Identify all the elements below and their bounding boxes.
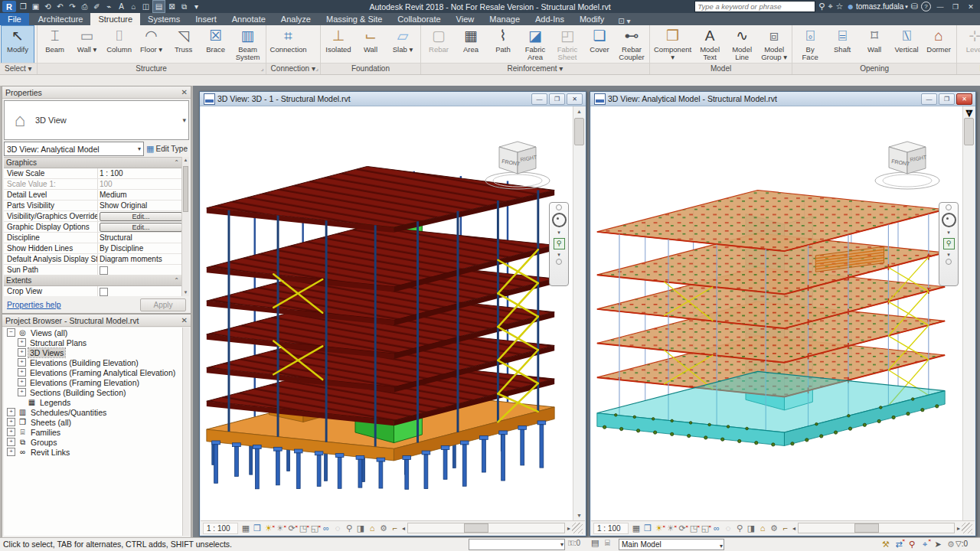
undo-icon[interactable]: ↶ — [54, 1, 66, 12]
crop-view-icon[interactable]: ◳× — [298, 523, 309, 533]
design-option-select[interactable]: Main Model▾ — [619, 539, 724, 550]
property-row-view-scale[interactable]: View Scale1 : 100 — [4, 168, 189, 179]
property-row-show-hidden-lines[interactable]: Show Hidden LinesBy Discipline — [4, 243, 189, 254]
close-view-button[interactable]: ✕ — [567, 93, 583, 105]
shadows-icon[interactable]: ☀× — [665, 523, 676, 533]
favorites-icon[interactable]: ☆ — [836, 2, 844, 11]
wall-button[interactable]: ⌑Wall — [858, 26, 890, 63]
view-window-titlebar[interactable]: 3D View: 3D - 1 - Structural Model.rvt —… — [200, 92, 586, 106]
crop-view-checkbox[interactable] — [100, 288, 108, 296]
reveal-hidden-icon[interactable]: ∞ — [711, 523, 722, 533]
isolated-button[interactable]: ⊥Isolated — [322, 26, 354, 63]
area-button[interactable]: ▦Area — [455, 26, 487, 63]
navbar-handle-icon[interactable] — [946, 204, 952, 210]
rebar-coupler-button[interactable]: ⊷Rebar Coupler — [616, 26, 648, 63]
steering-wheel-icon[interactable] — [552, 213, 567, 227]
help-search-input[interactable] — [694, 1, 815, 12]
scroll-right-icon[interactable]: ▸ — [566, 525, 572, 532]
expand-icon[interactable]: + — [7, 428, 15, 436]
properties-help-link[interactable]: Properties help — [4, 300, 61, 309]
section-icon[interactable]: ◫ — [140, 1, 152, 12]
sun-path-icon[interactable]: ☀× — [654, 523, 665, 533]
property-row-scale-value-1[interactable]: Scale Value 1:100 — [4, 179, 189, 190]
chevron-down-icon[interactable]: ▾ — [557, 230, 560, 236]
close-view-button[interactable]: ✕ — [956, 93, 972, 105]
graphic-display-options-edit-button[interactable]: Edit... — [100, 223, 182, 232]
slab-button[interactable]: ▱Slab ▾ — [387, 26, 419, 63]
tree-item-legends[interactable]: ▦Legends — [4, 397, 183, 407]
minimize-button[interactable]: — — [934, 2, 946, 11]
search-icon[interactable]: ⚲ — [818, 2, 825, 11]
view-window-3d-1[interactable]: 3D View: 3D - 1 - Structural Model.rvt —… — [199, 91, 586, 536]
visual-style-icon[interactable]: ❒ — [642, 523, 653, 533]
scroll-right-icon[interactable]: ▸ — [956, 525, 962, 532]
view-scale-button[interactable]: 1 : 100 — [593, 523, 629, 534]
tree-item-groups[interactable]: +⧉Groups — [4, 437, 183, 447]
sync-icon[interactable]: ⟲ — [42, 1, 54, 12]
scrollbar-thumb[interactable] — [574, 118, 584, 145]
horizontal-scrollbar[interactable] — [798, 523, 955, 533]
close-button[interactable]: ✕ — [965, 2, 977, 11]
scroll-down-icon[interactable]: ▼ — [573, 510, 585, 521]
group-header-extents[interactable]: Extents⌃ — [4, 276, 189, 286]
editable-only-toggle[interactable]: ⚿:0 — [568, 539, 580, 548]
property-row-sun-path[interactable]: Sun Path — [4, 265, 189, 276]
browser-scrollbar[interactable] — [182, 328, 189, 536]
component-button[interactable]: ❒Component ▾ — [652, 26, 694, 63]
exchange-apps-icon[interactable]: ⌖ — [828, 2, 832, 11]
detail-level-icon[interactable]: ▦ — [240, 523, 251, 533]
view-cube[interactable]: FRONT RIGHT — [481, 137, 554, 194]
thin-lines-icon[interactable]: ▤ — [152, 0, 165, 13]
view-cube[interactable]: FRONT RIGHT — [871, 137, 944, 194]
tree-item-views-all[interactable]: −◎Views (all) — [4, 328, 183, 337]
close-hidden-windows-icon[interactable]: ⊠ — [166, 1, 178, 12]
tab-systems[interactable]: Systems — [140, 13, 188, 25]
wall-button[interactable]: ⌙Wall — [354, 26, 387, 63]
crop-view-icon[interactable]: ◳× — [688, 523, 699, 533]
filter-button[interactable]: ▽:0 — [956, 540, 968, 548]
floor-button[interactable]: ◠Floor ▾ — [136, 26, 168, 63]
vertical-button[interactable]: ⍂Vertical — [890, 26, 923, 63]
model-canvas[interactable]: FRONT RIGHT ▾ ⚲ ▾ ▲ ▼ — [591, 106, 975, 521]
rendering-icon[interactable]: ⟳× — [286, 523, 297, 533]
view-window-titlebar[interactable]: 3D View: Analytical Model - Structural M… — [590, 92, 975, 106]
reveal-hidden-icon[interactable]: ∞ — [321, 523, 332, 533]
navbar-handle-icon[interactable] — [556, 259, 562, 265]
app-store-icon[interactable]: ⛁ — [911, 2, 918, 11]
expand-icon[interactable]: − — [7, 328, 15, 337]
expand-icon[interactable]: + — [18, 368, 26, 377]
expand-icon[interactable]: + — [7, 408, 15, 416]
worksharing-display-icon[interactable]: ⌐ — [390, 523, 400, 533]
drag-selection-icon[interactable]: ⚙ — [946, 540, 956, 549]
expand-icon[interactable]: + — [7, 448, 15, 456]
navigation-bar[interactable]: ▾ ⚲ ▾ — [939, 202, 959, 286]
displace-elements-icon[interactable]: ⌂ — [367, 523, 377, 533]
cover-button[interactable]: ❏Cover — [583, 26, 616, 63]
tree-item-revit-links[interactable]: +∞Revit Links — [4, 447, 183, 457]
tab-file[interactable]: File — [0, 13, 29, 25]
detail-level-icon[interactable]: ▦ — [631, 523, 642, 533]
model-line-button[interactable]: ∿Model Line — [726, 26, 758, 63]
tree-item-sections-building-section[interactable]: +Sections (Building Section) — [4, 387, 183, 397]
minimize-view-button[interactable]: — — [921, 93, 937, 105]
worksets-dialog-icon[interactable]: ▤ — [591, 538, 599, 548]
tree-item-elevations-framing-analytical-elevation[interactable]: +Elevations (Framing Analytical Elevatio… — [4, 367, 183, 377]
sun-path-checkbox[interactable] — [100, 266, 108, 275]
model-canvas[interactable]: FRONT RIGHT ▾ ⚲ ▾ ▲ ▼ — [201, 106, 585, 521]
rendering-icon[interactable]: ⟳× — [677, 523, 688, 533]
tree-item-elevations-framing-elevation[interactable]: +Elevations (Framing Elevation) — [4, 377, 183, 387]
tab-massing-site[interactable]: Massing & Site — [318, 13, 390, 25]
help-icon[interactable]: ? — [921, 2, 931, 11]
chevron-down-icon[interactable]: ▾ — [947, 252, 950, 258]
brace-button[interactable]: ☒Brace — [200, 26, 232, 63]
column-button[interactable]: ⌷Column — [103, 26, 136, 63]
tree-item-schedules-quantities[interactable]: +▥Schedules/Quantities — [4, 407, 183, 417]
modify-button[interactable]: ↖Modify — [2, 26, 34, 63]
properties-header[interactable]: Properties ✕ — [2, 86, 191, 99]
tree-item-sheets-all[interactable]: +❐Sheets (all) — [4, 417, 183, 427]
view-window-analytical[interactable]: 3D View: Analytical Model - Structural M… — [590, 91, 976, 536]
aligned-dimension-icon[interactable]: ⌁ — [103, 1, 115, 12]
expand-icon[interactable]: + — [7, 418, 15, 426]
chevron-down-icon[interactable]: ▾ — [557, 252, 560, 258]
expand-icon[interactable]: + — [18, 358, 26, 367]
